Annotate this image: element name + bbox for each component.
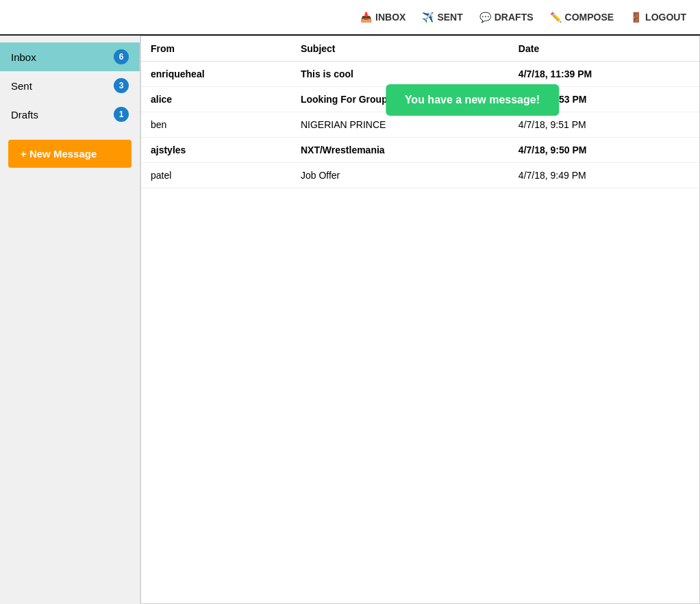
- nav-inbox[interactable]: 📥 INBOX: [360, 12, 405, 23]
- col-subject: Subject: [291, 36, 509, 62]
- sidebar-item-drafts[interactable]: Drafts 1: [0, 100, 140, 129]
- table-row[interactable]: benNIGERIAN PRINCE4/7/18, 9:51 PM: [141, 112, 699, 138]
- col-from: From: [141, 36, 291, 62]
- cell-subject: Job Offer: [291, 163, 509, 188]
- cell-from: ben: [141, 112, 291, 138]
- cell-date: 4/7/18, 9:50 PM: [509, 138, 699, 163]
- sidebar-item-inbox[interactable]: Inbox 6: [0, 42, 140, 71]
- nav-compose[interactable]: ✏️ COMPOSE: [550, 12, 614, 23]
- cell-from: patel: [141, 163, 291, 188]
- nav-drafts[interactable]: 💬 DRAFTS: [479, 12, 534, 23]
- cell-from: ajstyles: [141, 138, 291, 163]
- inbox-icon: 📥: [360, 12, 372, 23]
- drafts-badge: 1: [114, 107, 129, 122]
- new-message-button[interactable]: + New Message: [8, 140, 132, 168]
- sent-icon: ✈️: [422, 12, 434, 23]
- main-content: You have a new message! From Subject Dat…: [140, 36, 700, 604]
- sidebar-inbox-label: Inbox: [11, 51, 36, 63]
- cell-subject: NIGERIAN PRINCE: [291, 112, 509, 138]
- toast-notification: You have a new message!: [386, 84, 559, 116]
- col-date: Date: [509, 36, 699, 62]
- cell-subject: This is cool: [291, 62, 509, 87]
- logout-icon: 🚪: [630, 12, 642, 23]
- cell-date: 4/7/18, 9:51 PM: [509, 112, 699, 138]
- cell-from: enriqueheal: [141, 62, 291, 87]
- sidebar-drafts-label: Drafts: [11, 109, 38, 121]
- table-row[interactable]: enriquehealThis is cool4/7/18, 11:39 PM: [141, 62, 699, 87]
- nav-sent[interactable]: ✈️ SENT: [422, 12, 462, 23]
- sidebar-item-sent[interactable]: Sent 3: [0, 71, 140, 100]
- inbox-badge: 6: [114, 49, 129, 64]
- table-row[interactable]: patelJob Offer4/7/18, 9:49 PM: [141, 163, 699, 188]
- layout: Inbox 6 Sent 3 Drafts 1 + New Message Yo…: [0, 36, 700, 604]
- nav-logout[interactable]: 🚪 LOGOUT: [630, 12, 686, 23]
- cell-from: alice: [141, 87, 291, 112]
- table-row[interactable]: ajstylesNXT/Wrestlemania4/7/18, 9:50 PM: [141, 138, 699, 163]
- cell-date: 4/7/18, 9:49 PM: [509, 163, 699, 188]
- compose-icon: ✏️: [550, 12, 562, 23]
- cell-date: 4/7/18, 11:39 PM: [509, 62, 699, 87]
- sent-badge: 3: [114, 78, 129, 93]
- drafts-icon: 💬: [479, 12, 491, 23]
- sidebar-sent-label: Sent: [11, 80, 32, 92]
- cell-subject: NXT/Wrestlemania: [291, 138, 509, 163]
- top-nav: 📥 INBOX ✈️ SENT 💬 DRAFTS ✏️ COMPOSE 🚪 LO…: [0, 0, 700, 36]
- sidebar: Inbox 6 Sent 3 Drafts 1 + New Message: [0, 36, 140, 604]
